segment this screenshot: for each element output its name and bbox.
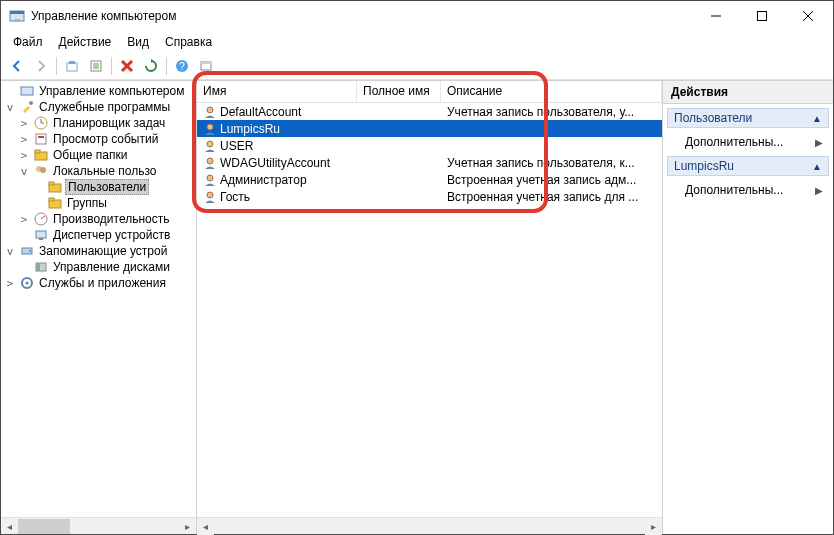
svg-rect-2 bbox=[14, 19, 20, 22]
tree-users[interactable]: Пользователи bbox=[65, 179, 149, 195]
svg-rect-19 bbox=[21, 87, 33, 95]
svg-text:?: ? bbox=[179, 61, 185, 72]
user-icon bbox=[203, 156, 217, 170]
tree[interactable]: Управление компьютером vСлужебные програ… bbox=[1, 81, 196, 517]
tree-groups[interactable]: Группы bbox=[65, 196, 109, 210]
actions-more-label: Дополнительны... bbox=[685, 183, 783, 197]
users-group-icon bbox=[33, 163, 49, 179]
chevron-right-icon: ▶ bbox=[815, 185, 823, 196]
folder-icon bbox=[47, 179, 63, 195]
svg-rect-31 bbox=[49, 182, 54, 185]
user-row[interactable]: ГостьВстроенная учетная запись для ... bbox=[197, 188, 662, 205]
actions-header: Действия bbox=[663, 81, 833, 104]
window-root: Управление компьютером Файл Действие Вид… bbox=[0, 0, 834, 535]
menu-file[interactable]: Файл bbox=[5, 33, 51, 51]
actions-section-label: Пользователи bbox=[674, 111, 752, 125]
user-icon bbox=[203, 139, 217, 153]
user-row[interactable]: АдминистраторВстроенная учетная запись а… bbox=[197, 171, 662, 188]
back-button[interactable] bbox=[6, 55, 28, 77]
actions-pane: Действия Пользователи ▲ Дополнительны...… bbox=[663, 81, 833, 534]
delete-button[interactable] bbox=[116, 55, 138, 77]
svg-point-48 bbox=[207, 175, 213, 181]
minimize-button[interactable] bbox=[693, 1, 739, 31]
user-row[interactable]: USER bbox=[197, 137, 662, 154]
user-row[interactable]: DefaultAccountУчетная запись пользовател… bbox=[197, 103, 662, 120]
tree-perf[interactable]: Производительность bbox=[51, 212, 171, 226]
menu-action[interactable]: Действие bbox=[51, 33, 120, 51]
svg-rect-25 bbox=[38, 136, 44, 138]
svg-rect-7 bbox=[67, 63, 77, 71]
tree-svcapps[interactable]: Службы и приложения bbox=[37, 276, 168, 290]
user-icon bbox=[203, 122, 217, 136]
user-name: WDAGUtilityAccount bbox=[220, 156, 330, 170]
svg-point-39 bbox=[29, 250, 31, 252]
list-pane: Имя Полное имя Описание DefaultAccountУч… bbox=[197, 81, 663, 534]
svg-point-46 bbox=[207, 141, 213, 147]
tree-diskmgmt[interactable]: Управление дисками bbox=[51, 260, 172, 274]
maximize-button[interactable] bbox=[739, 1, 785, 31]
tree-localusers[interactable]: Локальные пользо bbox=[51, 164, 158, 178]
menubar: Файл Действие Вид Справка bbox=[1, 31, 833, 52]
tree-shared[interactable]: Общие папки bbox=[51, 148, 129, 162]
actions-section-selected[interactable]: LumpicsRu ▲ bbox=[667, 156, 829, 176]
list-body[interactable]: DefaultAccountУчетная запись пользовател… bbox=[197, 103, 662, 517]
tree-pane: Управление компьютером vСлужебные програ… bbox=[1, 81, 197, 534]
tree-services[interactable]: Служебные программы bbox=[37, 100, 172, 114]
tree-devmgr[interactable]: Диспетчер устройств bbox=[51, 228, 172, 242]
tree-scheduler[interactable]: Планировщик задач bbox=[51, 116, 167, 130]
help-button[interactable]: ? bbox=[171, 55, 193, 77]
scroll-thumb[interactable] bbox=[18, 519, 70, 534]
user-row[interactable]: WDAGUtilityAccountУчетная запись пользов… bbox=[197, 154, 662, 171]
scroll-left-icon[interactable]: ◂ bbox=[197, 518, 214, 535]
user-row[interactable]: LumpicsRu bbox=[197, 120, 662, 137]
user-icon bbox=[203, 173, 217, 187]
tree-events[interactable]: Просмотр событий bbox=[51, 132, 160, 146]
svg-point-45 bbox=[207, 124, 213, 130]
svg-rect-41 bbox=[36, 263, 40, 271]
close-button[interactable] bbox=[785, 1, 831, 31]
svg-rect-18 bbox=[201, 62, 211, 64]
chevron-up-icon: ▲ bbox=[812, 113, 822, 124]
up-button[interactable] bbox=[61, 55, 83, 77]
list-header: Имя Полное имя Описание bbox=[197, 81, 662, 103]
actions-more-2[interactable]: Дополнительны... ▶ bbox=[663, 180, 833, 200]
svg-rect-33 bbox=[49, 198, 54, 201]
scroll-right-icon[interactable]: ▸ bbox=[179, 518, 196, 535]
actions-section-users[interactable]: Пользователи ▲ bbox=[667, 108, 829, 128]
storage-icon bbox=[19, 243, 35, 259]
clock-icon bbox=[33, 115, 49, 131]
user-name: Гость bbox=[220, 190, 250, 204]
forward-button[interactable] bbox=[30, 55, 52, 77]
user-icon bbox=[203, 190, 217, 204]
svg-point-49 bbox=[207, 192, 213, 198]
user-icon bbox=[203, 105, 217, 119]
user-name: LumpicsRu bbox=[220, 122, 280, 136]
refresh-button[interactable] bbox=[140, 55, 162, 77]
column-name[interactable]: Имя bbox=[197, 81, 357, 102]
user-description: Встроенная учетная запись для ... bbox=[441, 190, 662, 204]
column-description[interactable]: Описание bbox=[441, 81, 662, 102]
svg-point-47 bbox=[207, 158, 213, 164]
tree-hscrollbar[interactable]: ◂ ▸ bbox=[1, 517, 196, 534]
user-name: USER bbox=[220, 139, 253, 153]
toolbar-separator bbox=[56, 57, 57, 75]
svg-point-44 bbox=[207, 107, 213, 113]
menu-view[interactable]: Вид bbox=[119, 33, 157, 51]
scroll-right-icon[interactable]: ▸ bbox=[645, 518, 662, 535]
svg-rect-4 bbox=[758, 12, 767, 21]
view-button[interactable] bbox=[195, 55, 217, 77]
svg-rect-36 bbox=[36, 231, 46, 238]
tree-storage[interactable]: Запоминающие устрой bbox=[37, 244, 169, 258]
svg-point-20 bbox=[29, 101, 33, 105]
column-fullname[interactable]: Полное имя bbox=[357, 81, 441, 102]
window-controls bbox=[693, 1, 831, 31]
menu-help[interactable]: Справка bbox=[157, 33, 220, 51]
scroll-left-icon[interactable]: ◂ bbox=[1, 518, 18, 535]
actions-more-label: Дополнительны... bbox=[685, 135, 783, 149]
list-hscrollbar[interactable]: ◂ ▸ bbox=[197, 517, 662, 534]
svg-rect-37 bbox=[39, 238, 43, 240]
properties-button[interactable] bbox=[85, 55, 107, 77]
user-description: Учетная запись пользователя, к... bbox=[441, 156, 662, 170]
tree-root[interactable]: Управление компьютером bbox=[37, 84, 186, 98]
actions-more-1[interactable]: Дополнительны... ▶ bbox=[663, 132, 833, 152]
